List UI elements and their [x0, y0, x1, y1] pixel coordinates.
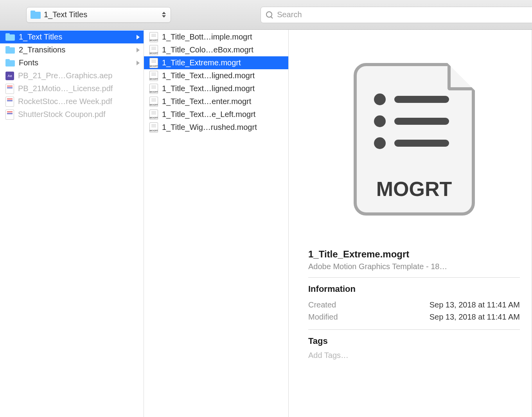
preview-icon: MOGRT: [308, 38, 520, 241]
mogrt-icon: MOGRT: [149, 58, 158, 68]
list-item-label: 1_Title_Text…e_Left.mogrt: [162, 110, 284, 119]
list-item[interactable]: 2_Transitions: [0, 43, 144, 56]
list-item-label: 1_Title_Wig…rushed.mogrt: [162, 123, 284, 132]
search-field[interactable]: [261, 7, 532, 23]
column-2[interactable]: MOGRT1_Title_Bott…imple.mogrtMOGRT1_Titl…: [144, 30, 289, 417]
mogrt-icon: MOGRT: [149, 71, 158, 81]
path-dropdown[interactable]: 1_Text Titles: [26, 7, 171, 23]
mogrt-icon: MOGRT: [149, 122, 158, 133]
preview-pane: MOGRT 1_Title_Extreme.mogrt Adobe Motion…: [289, 30, 532, 417]
list-item[interactable]: MOGRT1_Title_Text…ligned.mogrt: [144, 82, 288, 95]
list-item[interactable]: MOGRT1_Title_Wig…rushed.mogrt: [144, 121, 288, 134]
preview-filename: 1_Title_Extreme.mogrt: [308, 249, 520, 260]
mogrt-icon: MOGRT: [149, 32, 158, 42]
pdf-icon: [5, 110, 14, 120]
list-item[interactable]: MOGRT1_Title_Text…e_Left.mogrt: [144, 108, 288, 121]
list-item[interactable]: MOGRT1_Title_Colo…eBox.mogrt: [144, 43, 288, 56]
info-label: Created: [308, 300, 336, 309]
list-item-label: 1_Title_Text…enter.mogrt: [162, 97, 284, 106]
mogrt-icon: MOGRT: [149, 84, 158, 94]
divider: [308, 329, 520, 330]
info-value: Sep 13, 2018 at 11:41 AM: [430, 300, 520, 309]
add-tags-field[interactable]: Add Tags…: [308, 351, 520, 360]
list-item-label: ShutterStock Coupon.pdf: [18, 110, 140, 119]
divider: [308, 277, 520, 278]
list-item[interactable]: AePB_21_Pre…Graphics.aep: [0, 69, 144, 82]
list-item[interactable]: 1_Text Titles: [0, 31, 144, 43]
aep-icon: Ae: [5, 72, 14, 80]
list-item[interactable]: MOGRT1_Title_Text…enter.mogrt: [144, 95, 288, 108]
chevron-right-icon: [137, 48, 140, 52]
list-item[interactable]: MOGRT1_Title_Text…ligned.mogrt: [144, 69, 288, 82]
preview-subtitle: Adobe Motion Graphics Template - 18…: [308, 262, 520, 271]
list-item-label: PB_21Motio…_License.pdf: [18, 84, 140, 93]
search-icon: [266, 11, 273, 19]
folder-icon: [31, 11, 41, 19]
chevron-right-icon: [137, 61, 140, 65]
list-item[interactable]: RocketStoc…ree Week.pdf: [0, 95, 144, 108]
search-input[interactable]: [277, 10, 529, 19]
column-view: 1_Text Titles2_TransitionsFontsAePB_21_P…: [0, 30, 532, 417]
list-item[interactable]: ShutterStock Coupon.pdf: [0, 108, 144, 121]
list-item-label: 1_Title_Text…ligned.mogrt: [162, 84, 284, 93]
mogrt-icon: MOGRT: [149, 97, 158, 107]
chevron-right-icon: [137, 35, 140, 40]
list-item[interactable]: MOGRT1_Title_Bott…imple.mogrt: [144, 31, 288, 43]
folder-icon: [5, 46, 15, 54]
list-item[interactable]: MOGRT1_Title_Extreme.mogrt: [144, 56, 288, 69]
info-row-created: Created Sep 13, 2018 at 11:41 AM: [308, 299, 520, 311]
path-label: 1_Text Titles: [44, 10, 158, 19]
folder-icon: [5, 33, 15, 41]
list-item-label: 1_Title_Extreme.mogrt: [162, 58, 284, 67]
tags-heading: Tags: [308, 336, 520, 346]
pdf-icon: [5, 84, 14, 94]
mogrt-icon: MOGRT: [149, 45, 158, 55]
information-heading: Information: [308, 284, 520, 294]
finder-toolbar: 1_Text Titles: [0, 0, 532, 30]
column-1[interactable]: 1_Text Titles2_TransitionsFontsAePB_21_P…: [0, 30, 144, 417]
list-item-label: 2_Transitions: [19, 45, 133, 54]
preview-ext: MOGRT: [357, 177, 472, 212]
mogrt-icon: MOGRT: [149, 110, 158, 120]
updown-icon: [161, 11, 167, 19]
list-item-label: 1_Title_Colo…eBox.mogrt: [162, 45, 284, 54]
info-value: Sep 13, 2018 at 11:41 AM: [430, 313, 520, 322]
list-item-label: 1_Text Titles: [19, 32, 133, 41]
info-label: Modified: [308, 313, 338, 322]
list-item[interactable]: Fonts: [0, 56, 144, 69]
list-item[interactable]: PB_21Motio…_License.pdf: [0, 82, 144, 95]
list-item-label: PB_21_Pre…Graphics.aep: [18, 71, 140, 80]
mogrt-large-icon: MOGRT: [354, 63, 475, 216]
folder-icon: [5, 59, 15, 67]
list-item-label: RocketStoc…ree Week.pdf: [18, 97, 140, 106]
info-row-modified: Modified Sep 13, 2018 at 11:41 AM: [308, 311, 520, 323]
list-item-label: Fonts: [19, 58, 133, 67]
list-item-label: 1_Title_Bott…imple.mogrt: [162, 32, 284, 41]
pdf-icon: [5, 97, 14, 107]
list-item-label: 1_Title_Text…ligned.mogrt: [162, 71, 284, 80]
